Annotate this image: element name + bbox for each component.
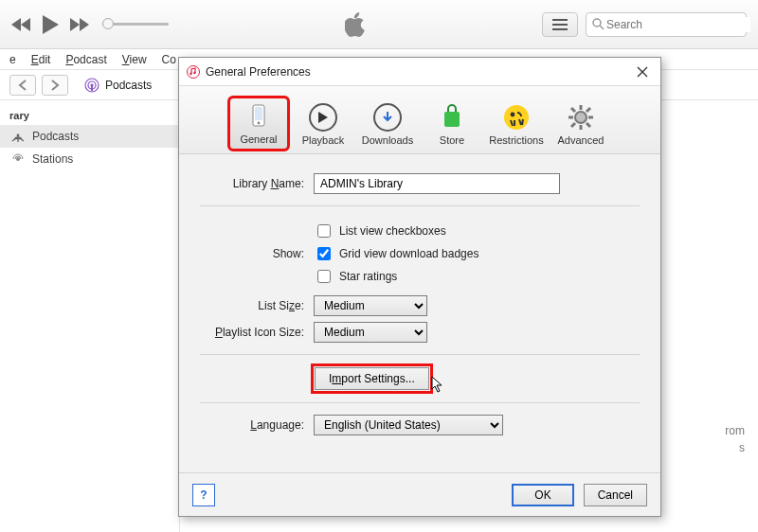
close-button[interactable]	[632, 62, 653, 82]
sidebar-item-label: Podcasts	[32, 130, 79, 143]
tab-restrictions[interactable]: Restrictions	[487, 99, 546, 150]
svg-point-0	[593, 19, 601, 27]
svg-line-23	[587, 123, 590, 127]
background-text: rom s	[725, 422, 745, 456]
tab-label: Restrictions	[489, 134, 543, 146]
svg-rect-5	[91, 86, 93, 91]
check-label: Star ratings	[339, 270, 397, 283]
check-grid-badges[interactable]: Grid view download badges	[314, 244, 478, 263]
prev-button[interactable]	[11, 16, 32, 33]
list-view-button[interactable]	[542, 12, 578, 37]
tab-label: Store	[440, 134, 464, 146]
search-field[interactable]	[586, 12, 747, 37]
sidebar-item-podcasts[interactable]: Podcasts	[0, 125, 179, 148]
tab-store[interactable]: Store	[423, 99, 481, 150]
play-button[interactable]	[40, 13, 61, 36]
playback-controls	[11, 13, 169, 36]
svg-rect-12	[255, 107, 262, 120]
language-label: Language:	[200, 418, 314, 432]
dialog-title: General Preferences	[206, 65, 626, 79]
menu-item[interactable]: Co	[162, 53, 176, 66]
dialog-footer: ? OK Cancel	[179, 472, 660, 516]
playlist-icon-size-select[interactable]: Medium	[314, 322, 427, 343]
podcast-icon	[84, 78, 99, 93]
advanced-icon	[567, 103, 595, 132]
apple-logo	[178, 12, 532, 37]
section-label: Podcasts	[105, 79, 152, 92]
tab-downloads[interactable]: Downloads	[358, 99, 417, 150]
playlist-icon-size-label: Playlist Icon Size:	[200, 326, 314, 339]
import-settings-button[interactable]: Import Settings...	[315, 367, 429, 390]
player-toolbar	[0, 0, 758, 49]
itunes-icon	[187, 65, 200, 79]
tab-playback[interactable]: Playback	[294, 99, 352, 150]
dialog-body: Library Name: Show: List view checkboxes…	[179, 154, 660, 472]
check-star-ratings[interactable]: Star ratings	[314, 267, 478, 286]
volume-slider[interactable]	[102, 23, 169, 26]
svg-point-16	[511, 113, 515, 117]
svg-point-6	[17, 134, 20, 137]
svg-point-15	[504, 105, 529, 130]
menu-view[interactable]: View	[122, 53, 147, 66]
general-icon	[244, 102, 273, 131]
menu-item[interactable]: e	[9, 53, 16, 66]
svg-line-22	[571, 108, 575, 112]
svg-point-17	[575, 112, 587, 123]
search-icon	[592, 18, 605, 30]
svg-rect-14	[444, 112, 460, 127]
section-selector[interactable]: Podcasts	[74, 74, 162, 97]
tab-label: Playback	[302, 134, 345, 146]
svg-line-24	[587, 108, 590, 112]
downloads-icon	[373, 103, 402, 132]
check-label: List view checkboxes	[339, 224, 446, 238]
svg-point-9	[190, 72, 191, 74]
tab-label: Advanced	[558, 134, 605, 146]
preferences-dialog: General Preferences General Playback Dow…	[178, 57, 661, 517]
ok-button[interactable]: OK	[512, 484, 573, 506]
svg-point-10	[193, 71, 195, 73]
tab-advanced[interactable]: Advanced	[551, 99, 610, 150]
tab-label: Downloads	[362, 134, 413, 146]
stations-icon	[11, 152, 25, 166]
svg-line-25	[571, 123, 575, 127]
checkbox[interactable]	[317, 247, 331, 260]
tab-general[interactable]: General	[229, 98, 288, 150]
search-input[interactable]	[605, 17, 750, 32]
toolbar-right	[542, 12, 747, 37]
volume-knob[interactable]	[102, 18, 114, 29]
tab-label: General	[240, 133, 277, 145]
svg-point-13	[258, 122, 261, 125]
library-name-input[interactable]	[314, 173, 560, 194]
svg-point-7	[16, 157, 20, 161]
library-name-label: Library Name:	[200, 177, 314, 190]
menu-edit[interactable]: Edit	[31, 53, 51, 66]
checkbox[interactable]	[317, 270, 331, 283]
cursor-icon	[431, 376, 444, 393]
nav-back-button[interactable]	[9, 75, 36, 96]
svg-line-1	[600, 26, 604, 29]
broadcast-icon	[11, 130, 25, 143]
cancel-button[interactable]: Cancel	[584, 484, 647, 506]
check-label: Grid view download badges	[339, 247, 478, 260]
playback-icon	[309, 103, 337, 132]
prefs-tabstrip: General Playback Downloads Store Restric…	[179, 86, 660, 154]
sidebar: rary Podcasts Stations	[0, 100, 180, 532]
nav-forward-button[interactable]	[42, 75, 68, 96]
sidebar-item-stations[interactable]: Stations	[0, 148, 179, 170]
language-select[interactable]: English (United States)	[314, 415, 503, 435]
dialog-titlebar: General Preferences	[179, 58, 660, 86]
svg-point-8	[188, 65, 200, 78]
sidebar-item-label: Stations	[32, 152, 73, 166]
store-icon	[438, 103, 466, 132]
import-settings-highlight: Import Settings...	[314, 366, 430, 391]
next-button[interactable]	[68, 16, 89, 33]
list-size-select[interactable]: Medium	[314, 295, 427, 316]
menu-podcast[interactable]: Podcast	[65, 53, 106, 66]
help-button[interactable]: ?	[192, 484, 215, 506]
list-size-label: List Size:	[200, 299, 314, 312]
show-label: Show:	[200, 247, 314, 260]
checkbox[interactable]	[317, 224, 331, 238]
restrictions-icon	[502, 103, 531, 132]
sidebar-heading: rary	[0, 106, 179, 125]
check-list-view[interactable]: List view checkboxes	[314, 222, 478, 240]
